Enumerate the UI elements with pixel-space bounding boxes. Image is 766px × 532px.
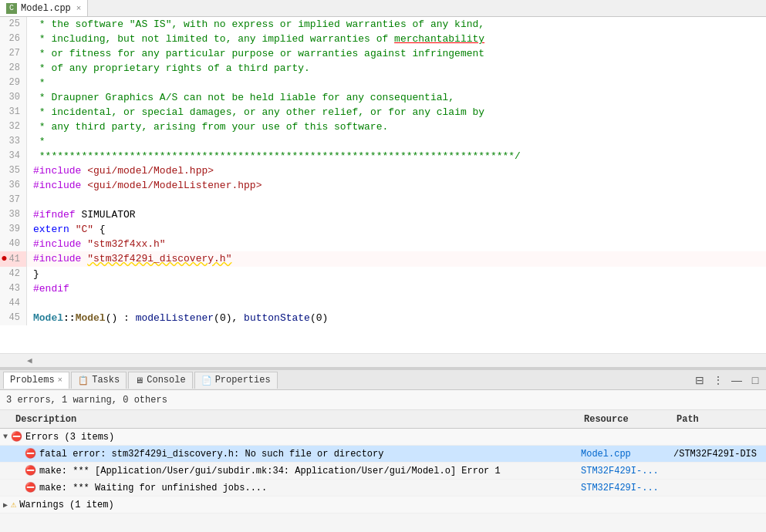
bottom-panel: Problems × 📋 Tasks 🖥 Console 📄 Propertie… xyxy=(0,370,766,532)
line-content: #include "stm32f429i_discovery.h" xyxy=(27,251,766,266)
menu-button[interactable]: ⋮ xyxy=(710,372,726,388)
line-number: 37 xyxy=(0,193,27,207)
row-path: /STM32F429I-DIS xyxy=(670,449,763,460)
row-resource: Model.cpp xyxy=(578,449,670,460)
line-number: 36 xyxy=(0,178,27,193)
line-number: 26 xyxy=(0,32,27,46)
errors-group-label: Errors (3 items) xyxy=(25,432,114,443)
editor-area: 25 * the software "AS IS", with no expre… xyxy=(0,17,766,367)
line-number: 34 xyxy=(0,149,27,163)
line-content: #endif xyxy=(27,281,766,296)
code-line: 43#endif xyxy=(0,281,766,296)
tab-close-button[interactable]: × xyxy=(76,4,82,13)
col-resource: Resource xyxy=(581,414,673,425)
code-line: 34 *************************************… xyxy=(0,149,766,163)
code-line: 28 * of any proprietary rights of a thir… xyxy=(0,61,766,76)
table-row[interactable]: ⛔ make: *** [Application/User/gui/subdir… xyxy=(0,463,766,480)
line-content: #ifndef SIMULATOR xyxy=(27,207,766,222)
tab-problems-close[interactable]: × xyxy=(58,375,63,385)
row-description: ⛔ make: *** [Application/User/gui/subdir… xyxy=(3,465,578,476)
error-icon: ⛔ xyxy=(25,465,36,476)
error-icon: ⛔ xyxy=(25,448,36,460)
line-content: * Draupner Graphics A/S can not be held … xyxy=(27,90,766,105)
col-description: Description xyxy=(0,414,581,425)
tab-console[interactable]: 🖥 Console xyxy=(128,372,192,389)
code-line: 45Model::Model() : modelListener(0), but… xyxy=(0,311,766,325)
line-content: #include <gui/model/ModelListener.hpp> xyxy=(27,178,766,193)
code-line: 32 * any third party, arising from your … xyxy=(0,120,766,134)
line-number: 44 xyxy=(0,296,27,311)
row-desc-text: fatal error: stm32f429i_discovery.h: No … xyxy=(39,449,383,460)
scroll-hint: ◀ xyxy=(0,353,766,367)
code-line: 31 * incidental, or special damages, or … xyxy=(0,105,766,120)
line-content: #include <gui/model/Model.hpp> xyxy=(27,163,766,178)
row-description: ⛔ make: *** Waiting for unfinished jobs.… xyxy=(3,482,578,493)
table-row[interactable]: ⛔ make: *** Waiting for unfinished jobs.… xyxy=(0,480,766,497)
code-line: 25 * the software "AS IS", with no expre… xyxy=(0,17,766,32)
tab-properties-label: Properties xyxy=(215,375,271,386)
console-icon: 🖥 xyxy=(135,375,143,386)
tab-problems[interactable]: Problems × xyxy=(3,372,69,389)
warnings-group-label: Warnings (1 item) xyxy=(19,500,113,510)
minimize-button[interactable]: — xyxy=(729,372,744,388)
row-resource: STM32F429I-... xyxy=(578,483,670,493)
line-content: * incidental, or special damages, or any… xyxy=(27,105,766,120)
code-line: 38#ifndef SIMULATOR xyxy=(0,207,766,222)
line-content: * xyxy=(27,76,766,90)
tab-tasks[interactable]: 📋 Tasks xyxy=(71,372,127,389)
code-line: 39extern "C" { xyxy=(0,222,766,237)
line-content xyxy=(27,193,766,207)
problems-count: 3 errors, 1 warning, 0 others xyxy=(6,395,167,406)
warnings-group-header[interactable]: ▶ ⚠ Warnings (1 item) xyxy=(0,497,766,513)
errors-icon: ⛔ xyxy=(11,431,22,443)
code-line: 26 * including, but not limited to, any … xyxy=(0,32,766,46)
code-line: ●41#include "stm32f429i_discovery.h" xyxy=(0,251,766,267)
line-number: 30 xyxy=(0,90,27,105)
line-number: ●41 xyxy=(0,251,27,267)
code-line: 36#include <gui/model/ModelListener.hpp> xyxy=(0,178,766,193)
row-desc-text: make: *** [Application/User/gui/subdir.m… xyxy=(39,466,501,476)
warnings-group: ▶ ⚠ Warnings (1 item) xyxy=(0,497,766,513)
row-desc-text: make: *** Waiting for unfinished jobs...… xyxy=(39,483,267,493)
tab-properties[interactable]: 📄 Properties xyxy=(194,372,278,389)
line-number: 29 xyxy=(0,76,27,90)
code-line: 35#include <gui/model/Model.hpp> xyxy=(0,163,766,178)
line-content: * of any proprietary rights of a third p… xyxy=(27,61,766,76)
errors-group: ▼ ⛔ Errors (3 items) ⛔ fatal error: stm3… xyxy=(0,429,766,497)
row-resource: STM32F429I-... xyxy=(578,466,670,476)
tab-bar: C Model.cpp × xyxy=(0,0,766,17)
problems-table[interactable]: Description Resource Path ▼ ⛔ Errors (3 … xyxy=(0,410,766,532)
warnings-expand-icon: ▶ xyxy=(3,500,8,510)
line-content: ****************************************… xyxy=(27,149,766,163)
scroll-left-icon: ◀ xyxy=(27,355,32,365)
tasks-icon: 📋 xyxy=(78,375,89,386)
line-content: * including, but not limited to, any imp… xyxy=(27,32,766,46)
code-content[interactable]: 25 * the software "AS IS", with no expre… xyxy=(0,17,766,353)
line-number: 45 xyxy=(0,311,27,325)
line-number: 32 xyxy=(0,120,27,134)
tab-tasks-label: Tasks xyxy=(92,375,120,386)
filter-button[interactable]: ⊟ xyxy=(692,372,707,388)
line-content: * any third party, arising from your use… xyxy=(27,120,766,134)
errors-group-header[interactable]: ▼ ⛔ Errors (3 items) xyxy=(0,429,766,446)
properties-icon: 📄 xyxy=(201,375,212,386)
tab-model-cpp[interactable]: C Model.cpp × xyxy=(0,0,88,16)
table-row[interactable]: ⛔ fatal error: stm32f429i_discovery.h: N… xyxy=(0,446,766,463)
line-number: 40 xyxy=(0,237,27,251)
line-number: 39 xyxy=(0,222,27,237)
line-content: #include "stm32f4xx.h" xyxy=(27,237,766,251)
bottom-toolbar: ⊟ ⋮ — □ xyxy=(692,372,763,388)
maximize-button[interactable]: □ xyxy=(747,372,763,388)
line-content: } xyxy=(27,267,766,281)
file-icon: C xyxy=(6,3,17,14)
tab-problems-label: Problems xyxy=(10,375,55,386)
line-content xyxy=(27,296,766,311)
code-line: 33 * xyxy=(0,134,766,149)
line-number: 28 xyxy=(0,61,27,76)
line-number: 35 xyxy=(0,163,27,178)
code-line: 44 xyxy=(0,296,766,311)
code-line: 42} xyxy=(0,267,766,281)
bottom-tabs-bar: Problems × 📋 Tasks 🖥 Console 📄 Propertie… xyxy=(0,370,766,390)
error-icon: ⛔ xyxy=(25,482,36,493)
errors-expand-icon: ▼ xyxy=(3,433,8,441)
